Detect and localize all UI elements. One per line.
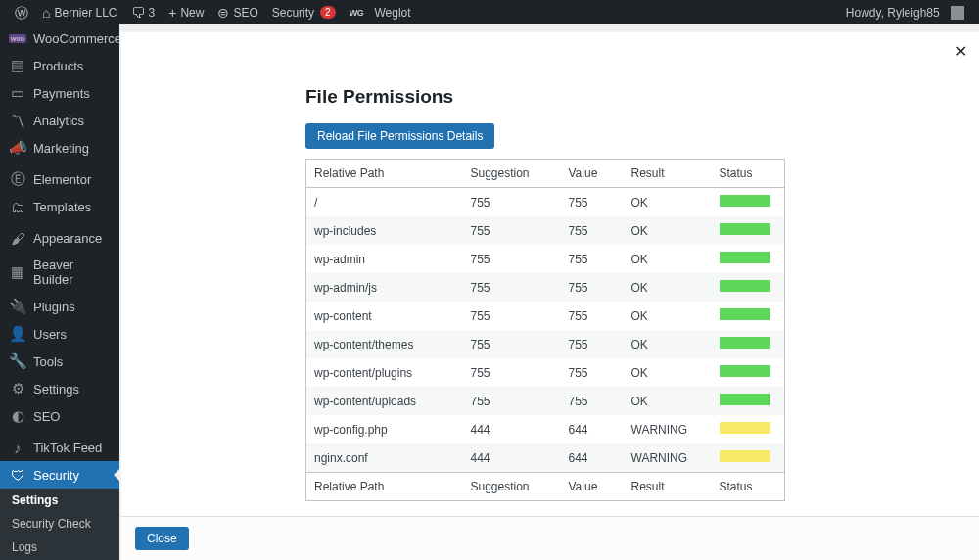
status-warning-badge <box>720 450 770 462</box>
sidebar-item-analytics[interactable]: 〽Analytics <box>0 107 119 134</box>
submenu-item-settings[interactable]: Settings <box>0 489 119 512</box>
sidebar-item-label: Tools <box>33 354 63 369</box>
cell-path: nginx.conf <box>306 443 463 473</box>
th-result: Result <box>624 160 712 188</box>
cell-res: OK <box>624 358 712 387</box>
th-suggestion: Suggestion <box>463 160 561 188</box>
howdy-text: Howdy, Ryleigh85 <box>846 6 940 20</box>
cell-sugg: 444 <box>463 415 561 443</box>
my-account-item[interactable]: Howdy, Ryleigh85 <box>839 0 971 24</box>
sidebar-item-seo[interactable]: ◐SEO <box>0 402 119 430</box>
sidebar-item-label: Users <box>33 327 67 342</box>
cell-val: 755 <box>561 216 624 245</box>
sidebar-item-label: Analytics <box>33 114 84 128</box>
reload-button[interactable]: Reload File Permissions Details <box>305 123 494 149</box>
cell-val: 755 <box>561 245 624 273</box>
comments-item[interactable]: 🗨3 <box>124 0 163 24</box>
cell-path: wp-content/themes <box>306 330 463 358</box>
cell-res: OK <box>624 188 712 217</box>
sidebar-item-tools[interactable]: 🔧Tools <box>0 348 119 375</box>
status-ok-badge <box>720 252 770 263</box>
cell-res: WARNING <box>624 443 712 473</box>
comment-icon: 🗨 <box>131 6 145 20</box>
cell-val: 644 <box>561 415 624 443</box>
table-row: wp-content/themes755755OK <box>306 330 785 358</box>
products-icon: ▤ <box>10 58 25 73</box>
wp-logo-item[interactable]: ⓦ <box>8 0 35 24</box>
cell-sugg: 444 <box>463 443 561 473</box>
sidebar-item-label: Templates <box>33 200 91 214</box>
tf-suggestion: Suggestion <box>463 473 561 501</box>
status-ok-badge <box>720 280 770 292</box>
sidebar-item-label: Elementor <box>33 172 91 187</box>
sidebar-item-label: Appearance <box>33 231 102 246</box>
security-item[interactable]: Security2 <box>265 0 343 24</box>
cell-val: 755 <box>561 302 624 330</box>
tf-value: Value <box>561 473 624 501</box>
marketing-icon: 📣 <box>10 140 25 156</box>
sidebar-item-settings[interactable]: ⚙Settings <box>0 375 119 402</box>
modal-footer: Close <box>121 516 979 560</box>
cell-status <box>712 273 785 302</box>
sidebar-item-payments[interactable]: ▭Payments <box>0 79 119 107</box>
sidebar-item-templates[interactable]: 🗂Templates <box>0 193 119 220</box>
templates-icon: 🗂 <box>10 199 25 214</box>
sidebar-item-label: Payments <box>33 86 90 101</box>
weglot-label: Weglot <box>375 6 411 20</box>
sidebar-item-plugins[interactable]: 🔌Plugins <box>0 293 119 320</box>
cell-val: 755 <box>561 358 624 387</box>
submenu-item-security-check[interactable]: Security Check <box>0 512 119 536</box>
sidebar-item-tiktok[interactable]: ♪TikTok Feed <box>0 434 119 461</box>
close-button[interactable]: Close <box>135 527 189 550</box>
table-row: wp-content/plugins755755OK <box>306 358 785 387</box>
site-name-item[interactable]: ⌂Bernier LLC <box>35 0 124 24</box>
weglot-item[interactable]: WG Weglot <box>343 0 418 24</box>
permissions-table: Relative PathSuggestionValueResultStatus… <box>305 159 785 501</box>
cell-path: wp-content/plugins <box>306 358 463 387</box>
sidebar-item-marketing[interactable]: 📣Marketing <box>0 134 119 162</box>
sidebar-item-label: Marketing <box>33 141 89 156</box>
tf-relative-path: Relative Path <box>306 473 463 501</box>
cell-path: wp-content/uploads <box>306 387 463 415</box>
sidebar-item-users[interactable]: 👤Users <box>0 320 119 348</box>
sidebar-item-label: WooCommerce <box>33 31 119 46</box>
users-icon: 👤 <box>10 326 25 342</box>
sidebar-item-woo[interactable]: wooWooCommerce <box>0 24 119 52</box>
security-icon: 🛡 <box>10 467 25 483</box>
cell-res: OK <box>624 273 712 302</box>
sidebar-item-label: Beaver Builder <box>33 257 110 287</box>
modal-close-button[interactable]: ✕ <box>955 42 967 61</box>
new-item[interactable]: +New <box>162 0 210 24</box>
seo-item[interactable]: ⊜SEO <box>210 0 264 24</box>
cell-sugg: 755 <box>463 273 561 302</box>
table-row: wp-content/uploads755755OK <box>306 387 785 415</box>
submenu-item-logs[interactable]: Logs <box>0 536 119 559</box>
cell-sugg: 755 <box>463 387 561 415</box>
woo-icon: woo <box>10 30 25 46</box>
cell-val: 755 <box>561 188 624 217</box>
plus-icon: + <box>168 6 176 20</box>
cell-val: 755 <box>561 330 624 358</box>
elementor-icon: Ⓔ <box>10 171 25 187</box>
cell-status <box>712 358 785 387</box>
avatar <box>951 6 964 20</box>
file-permissions-modal: ✕ File Permissions Reload File Permissio… <box>121 32 979 560</box>
th-value: Value <box>561 160 624 188</box>
cell-path: wp-admin/js <box>306 273 463 302</box>
table-row: wp-config.php444644WARNING <box>306 415 785 443</box>
sidebar-item-products[interactable]: ▤Products <box>0 52 119 79</box>
tf-result: Result <box>624 473 712 501</box>
sidebar-item-security[interactable]: 🛡Security <box>0 461 119 489</box>
sidebar-item-appearance[interactable]: 🖌Appearance <box>0 224 119 252</box>
security-badge: 2 <box>320 6 336 19</box>
cell-path: wp-includes <box>306 216 463 245</box>
seo-icon: ◐ <box>10 408 25 424</box>
admin-bar: ⓦ ⌂Bernier LLC 🗨3 +New ⊜SEO Security2 WG… <box>0 0 979 24</box>
status-ok-badge <box>720 337 770 349</box>
sidebar-item-elementor[interactable]: ⒺElementor <box>0 165 119 193</box>
plugins-icon: 🔌 <box>10 299 25 314</box>
cell-val: 755 <box>561 273 624 302</box>
cell-status <box>712 302 785 330</box>
cell-sugg: 755 <box>463 216 561 245</box>
sidebar-item-beaver[interactable]: ▦Beaver Builder <box>0 252 119 293</box>
